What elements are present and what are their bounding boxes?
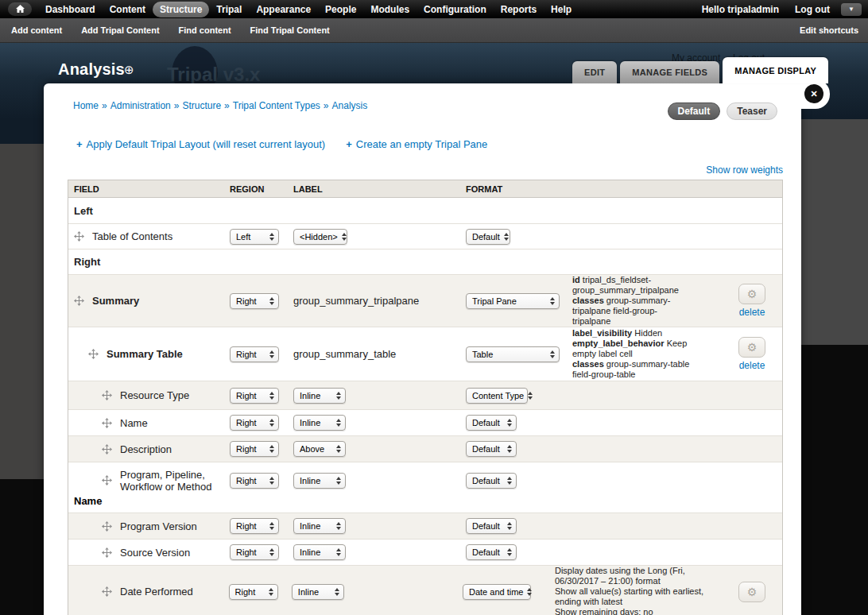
field-name: Program Version bbox=[120, 520, 197, 532]
setting-value: Hidden bbox=[634, 328, 662, 338]
toolbar-item-structure[interactable]: Structure bbox=[153, 2, 209, 17]
format-value: Date and time bbox=[469, 587, 523, 597]
drag-handle-icon[interactable] bbox=[102, 418, 112, 428]
toolbar-item-configuration[interactable]: Configuration bbox=[417, 2, 494, 17]
tab-edit[interactable]: EDIT bbox=[572, 61, 617, 83]
breadcrumb-administration[interactable]: Administration bbox=[110, 100, 171, 111]
format-value: Default bbox=[472, 232, 500, 242]
format-select[interactable]: Default bbox=[466, 518, 517, 534]
create-tripal-pane-label: Create an empty Tripal Pane bbox=[356, 138, 487, 150]
toolbar-item-tripal[interactable]: Tripal bbox=[209, 2, 249, 17]
tab-manage-fields[interactable]: MANAGE FIELDS bbox=[620, 61, 719, 83]
breadcrumb-separator: » bbox=[224, 100, 230, 111]
format-select[interactable]: Date and time bbox=[463, 584, 531, 600]
format-select[interactable]: Table bbox=[466, 346, 560, 362]
drag-handle-icon[interactable] bbox=[74, 296, 84, 306]
circle-plus-icon[interactable]: ⊕ bbox=[124, 63, 134, 77]
label-select[interactable]: Inline bbox=[293, 388, 346, 404]
label-select[interactable]: Inline bbox=[293, 544, 346, 560]
setting-line: Show all value(s) starting with earliest… bbox=[555, 586, 730, 607]
delete-link[interactable]: delete bbox=[739, 307, 765, 318]
toolbar-item-modules[interactable]: Modules bbox=[363, 2, 417, 17]
format-select[interactable]: Default bbox=[466, 415, 517, 431]
view-mode-default[interactable]: Default bbox=[668, 102, 721, 120]
shortcut-add-content[interactable]: Add content bbox=[3, 22, 70, 38]
tab-manage-display[interactable]: MANAGE DISPLAY bbox=[723, 57, 828, 83]
label-select[interactable]: Inline bbox=[292, 584, 344, 600]
table-row: Description Right Above Default bbox=[68, 435, 782, 462]
breadcrumb-structure[interactable]: Structure bbox=[182, 100, 221, 111]
format-settings-button[interactable]: ⚙ bbox=[738, 582, 765, 602]
format-select[interactable]: Content Type bbox=[466, 388, 528, 404]
label-select[interactable]: Above bbox=[293, 441, 346, 457]
drag-handle-icon[interactable] bbox=[102, 521, 112, 532]
table-row: Summary Table Right group_summary_table … bbox=[68, 327, 782, 381]
shortcut-find-content[interactable]: Find content bbox=[171, 22, 239, 38]
format-select[interactable]: Tripal Pane bbox=[466, 293, 560, 309]
label-select[interactable]: Inline bbox=[293, 473, 346, 489]
format-select[interactable]: Default bbox=[466, 473, 517, 489]
format-settings-button[interactable]: ⚙ bbox=[738, 284, 765, 304]
format-select[interactable]: Default bbox=[466, 229, 510, 245]
format-value: Default bbox=[472, 476, 500, 485]
toolbar-item-content[interactable]: Content bbox=[103, 2, 153, 17]
drag-handle-icon[interactable] bbox=[74, 231, 84, 242]
delete-link[interactable]: delete bbox=[739, 360, 765, 371]
column-header-field: FIELD bbox=[68, 184, 230, 194]
shortcut-bar: Add content Add Tripal Content Find cont… bbox=[0, 18, 868, 43]
show-row-weights-link[interactable]: Show row weights bbox=[706, 164, 783, 176]
home-button[interactable] bbox=[8, 2, 32, 16]
table-row: Name Right Inline Default bbox=[68, 409, 782, 435]
region-select[interactable]: Right bbox=[229, 584, 278, 600]
region-select[interactable]: Right bbox=[230, 346, 279, 362]
label-select[interactable]: Inline bbox=[293, 518, 346, 534]
toolbar-toggle-button[interactable]: ▼ bbox=[841, 3, 862, 16]
plus-icon: + bbox=[76, 138, 83, 150]
shortcut-add-tripal-content[interactable]: Add Tripal Content bbox=[73, 22, 167, 38]
region-select[interactable]: Right bbox=[230, 473, 279, 489]
field-name: Summary Table bbox=[107, 348, 183, 360]
drag-handle-icon[interactable] bbox=[102, 547, 112, 558]
region-select[interactable]: Right bbox=[230, 293, 279, 309]
shortcut-find-tripal-content[interactable]: Find Tripal Content bbox=[242, 22, 338, 38]
drag-handle-icon[interactable] bbox=[102, 390, 112, 400]
region-select[interactable]: Right bbox=[230, 388, 279, 404]
region-select[interactable]: Left bbox=[230, 229, 279, 245]
logout-link[interactable]: Log out bbox=[787, 2, 838, 17]
edit-shortcuts-link[interactable]: Edit shortcuts bbox=[800, 25, 858, 35]
drag-handle-icon[interactable] bbox=[102, 586, 112, 597]
drag-handle-icon[interactable] bbox=[102, 444, 112, 454]
format-select[interactable]: Default bbox=[466, 441, 517, 457]
field-name: Resource Type bbox=[120, 389, 189, 401]
format-settings-button[interactable]: ⚙ bbox=[738, 337, 765, 358]
region-select[interactable]: Right bbox=[230, 518, 279, 534]
label-select[interactable]: Inline bbox=[293, 415, 346, 431]
breadcrumb-home[interactable]: Home bbox=[73, 100, 99, 111]
toolbar-item-dashboard[interactable]: Dashboard bbox=[38, 2, 103, 17]
region-value: Right bbox=[236, 521, 257, 531]
group-label-name: Name bbox=[74, 495, 102, 507]
toolbar-item-help[interactable]: Help bbox=[544, 2, 579, 17]
create-tripal-pane-link[interactable]: +Create an empty Tripal Pane bbox=[346, 138, 487, 150]
region-select[interactable]: Right bbox=[230, 415, 279, 431]
toolbar-item-reports[interactable]: Reports bbox=[494, 2, 544, 17]
label-select[interactable]: <Hidden> bbox=[293, 229, 347, 245]
format-select[interactable]: Default bbox=[466, 544, 517, 560]
format-value: Table bbox=[472, 350, 493, 359]
drag-handle-icon[interactable] bbox=[88, 349, 99, 359]
toolbar-item-people[interactable]: People bbox=[318, 2, 363, 17]
breadcrumb-analysis[interactable]: Analysis bbox=[332, 100, 368, 111]
close-overlay-button[interactable]: ✕ bbox=[804, 84, 823, 103]
apply-default-layout-link[interactable]: +Apply Default Tripal Layout (will reset… bbox=[76, 138, 325, 150]
drag-handle-icon[interactable] bbox=[102, 475, 112, 485]
view-mode-teaser[interactable]: Teaser bbox=[727, 102, 777, 120]
field-display-table: FIELD REGION LABEL FORMAT Left Table of … bbox=[68, 180, 783, 615]
table-header-row: FIELD REGION LABEL FORMAT bbox=[68, 180, 782, 198]
region-select[interactable]: Right bbox=[230, 441, 279, 457]
breadcrumb-tripal-content-types[interactable]: Tripal Content Types bbox=[233, 100, 320, 111]
table-row: Table of Contents Left <Hidden> Default bbox=[68, 223, 782, 249]
toolbar-item-appearance[interactable]: Appearance bbox=[249, 2, 318, 17]
setting-key: empty_label_behavior bbox=[572, 338, 665, 348]
region-select[interactable]: Right bbox=[230, 544, 279, 560]
column-header-label: LABEL bbox=[293, 184, 459, 194]
